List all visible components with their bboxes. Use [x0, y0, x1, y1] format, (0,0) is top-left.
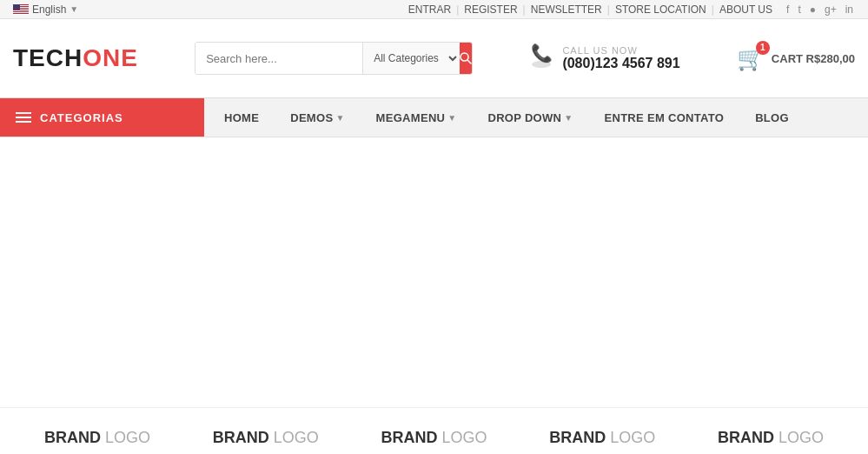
hamburger-icon — [16, 112, 31, 123]
brand-logo-5: BRAND LOGO — [718, 429, 824, 447]
dropdown-arrow-icon: ▼ — [564, 113, 573, 123]
language-label: English — [32, 3, 66, 16]
googleplus-icon[interactable]: g+ — [823, 3, 838, 16]
logo[interactable]: TECHONE — [13, 44, 138, 72]
header: TECHONE All Categories 📞 CALL US NOW (08… — [0, 19, 868, 97]
nav-item-dropdown[interactable]: DROP DOWN ▼ — [472, 98, 588, 137]
top-bar: English ▼ ENTRAR | REGISTER | NEWSLETTER… — [0, 0, 868, 19]
nav-item-contact[interactable]: ENTRE EM CONTATO — [588, 98, 739, 137]
logo-one: ONE — [83, 44, 138, 71]
nav-categories-button[interactable]: CATEGORIAS — [0, 98, 204, 137]
language-selector[interactable]: English ▼ — [13, 3, 78, 16]
svg-rect-7 — [13, 4, 20, 10]
brand-logo-2: BRAND LOGO — [213, 429, 319, 447]
demos-arrow-icon: ▼ — [335, 113, 344, 123]
top-links: ENTRAR | REGISTER | NEWSLETTER | STORE L… — [403, 3, 855, 16]
search-bar: All Categories — [195, 42, 473, 75]
linkedin-icon[interactable]: in — [844, 3, 855, 16]
search-button[interactable] — [460, 43, 472, 74]
phone-icon: 📞 — [529, 43, 553, 73]
search-input[interactable] — [195, 43, 362, 74]
phone-block: 📞 CALL US NOW (080)123 4567 891 — [529, 43, 679, 73]
nav-item-blog[interactable]: BLOG — [739, 98, 805, 137]
logo-tech: TECH — [13, 44, 83, 71]
nav-item-demos[interactable]: DEMOS ▼ — [275, 98, 360, 137]
search-category-select[interactable]: All Categories — [362, 43, 460, 74]
nav-item-megamenu[interactable]: MEGAMENU ▼ — [361, 98, 473, 137]
cart-badge: 1 — [756, 41, 770, 55]
phone-number: (080)123 4567 891 — [562, 56, 679, 71]
svg-text:📞: 📞 — [531, 43, 553, 63]
megamenu-arrow-icon: ▼ — [447, 113, 456, 123]
cart-icon-wrap: 🛒 1 — [737, 45, 765, 72]
brand-logo-3: BRAND LOGO — [381, 429, 487, 447]
nav-bar: CATEGORIAS HOME DEMOS ▼ MEGAMENU ▼ DROP … — [0, 97, 868, 137]
svg-line-9 — [467, 60, 471, 63]
cart-price: R$280,00 — [806, 52, 855, 65]
nav-menu: HOME DEMOS ▼ MEGAMENU ▼ DROP DOWN ▼ ENTR… — [204, 98, 868, 137]
about-us-link[interactable]: ABOUT US — [714, 3, 778, 16]
social-icons: f t ● g+ in — [785, 3, 855, 16]
entrar-link[interactable]: ENTRAR — [403, 3, 456, 16]
brand-logo-4: BRAND LOGO — [549, 429, 655, 447]
twitter-icon[interactable]: t — [796, 3, 802, 16]
nav-item-home[interactable]: HOME — [209, 98, 275, 137]
pinterest-icon[interactable]: ● — [808, 3, 818, 16]
brand-logos-section: BRAND LOGO BRAND LOGO BRAND LOGO BRAND L… — [0, 407, 868, 454]
brand-logo-1: BRAND LOGO — [44, 429, 150, 447]
search-icon — [460, 52, 472, 64]
cart-block[interactable]: 🛒 1 CART R$280,00 — [737, 45, 855, 72]
store-location-link[interactable]: STORE LOCATION — [610, 3, 712, 16]
facebook-icon[interactable]: f — [785, 3, 791, 16]
register-link[interactable]: REGISTER — [459, 3, 522, 16]
phone-label: CALL US NOW — [562, 45, 679, 56]
svg-rect-6 — [13, 14, 29, 15]
main-content — [0, 137, 868, 407]
newsletter-link[interactable]: NEWSLETTER — [526, 3, 607, 16]
language-dropdown-icon[interactable]: ▼ — [70, 4, 78, 14]
svg-rect-5 — [13, 12, 29, 13]
us-flag-icon — [13, 4, 29, 15]
cart-label: CART R$280,00 — [772, 52, 855, 65]
svg-rect-4 — [13, 10, 29, 11]
categories-label: CATEGORIAS — [40, 111, 123, 124]
cart-text: CART — [772, 52, 803, 65]
phone-info: CALL US NOW (080)123 4567 891 — [562, 45, 679, 71]
